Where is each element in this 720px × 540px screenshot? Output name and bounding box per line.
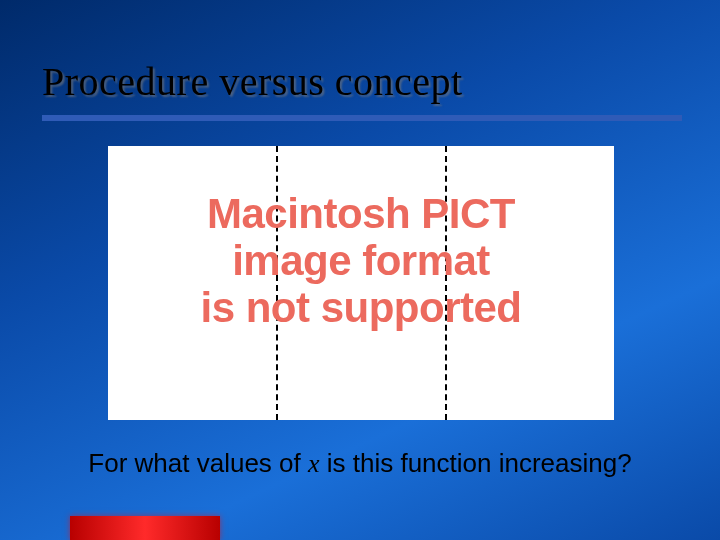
pict-line: is not supported bbox=[108, 284, 614, 331]
title-underline bbox=[42, 115, 682, 121]
question-prefix: For what values of bbox=[88, 448, 308, 478]
question-suffix: is this function increasing? bbox=[320, 448, 632, 478]
bottom-accent-bar bbox=[70, 516, 220, 540]
question-text: For what values of x is this function in… bbox=[0, 448, 720, 479]
image-placeholder: Macintosh PICT image format is not suppo… bbox=[108, 146, 614, 420]
pict-line: image format bbox=[108, 237, 614, 284]
question-variable: x bbox=[308, 449, 320, 478]
slide-title: Procedure versus concept bbox=[42, 58, 680, 105]
pict-error-text: Macintosh PICT image format is not suppo… bbox=[108, 190, 614, 331]
pict-line: Macintosh PICT bbox=[108, 190, 614, 237]
title-area: Procedure versus concept bbox=[42, 58, 680, 121]
